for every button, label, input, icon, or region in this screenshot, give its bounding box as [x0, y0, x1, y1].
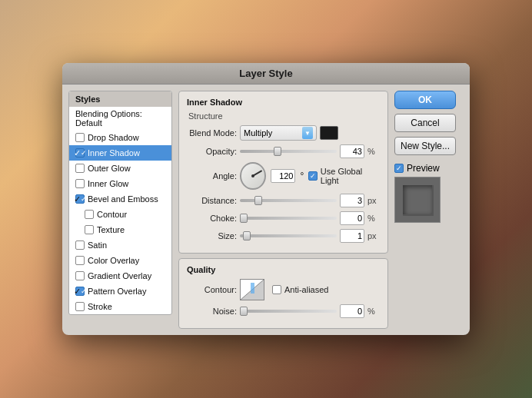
contour-checkbox[interactable]: [85, 210, 94, 219]
sidebar-item-inner-glow[interactable]: Inner Glow: [69, 176, 171, 191]
structure-section: Inner Shadow Structure Blend Mode: Multi…: [178, 91, 388, 254]
use-global-light-label[interactable]: ✓ Use Global Light: [308, 167, 380, 185]
opacity-slider[interactable]: [240, 150, 337, 153]
satin-checkbox[interactable]: [75, 240, 85, 250]
distance-row: Distance: px: [187, 194, 380, 207]
distance-input[interactable]: [340, 194, 364, 207]
pattern-overlay-checkbox[interactable]: ✓: [75, 287, 85, 296]
choke-input[interactable]: [340, 211, 364, 225]
size-input[interactable]: [340, 229, 364, 243]
sidebar-item-inner-shadow-label: Inner Shadow: [88, 148, 140, 158]
svg-rect-2: [395, 177, 441, 223]
sidebar-item-bevel-emboss-label: Bevel and Emboss: [88, 194, 158, 204]
angle-dial[interactable]: [240, 162, 266, 190]
sidebar-item-texture[interactable]: Texture: [69, 222, 171, 237]
sidebar-item-bevel-emboss[interactable]: ✓ Bevel and Emboss: [69, 191, 171, 207]
structure-main-title: Inner Shadow: [187, 98, 380, 107]
right-panel: OK Cancel New Style... ✓ Preview: [394, 91, 464, 329]
sidebar-item-stroke[interactable]: Stroke: [69, 299, 171, 314]
angle-input[interactable]: [271, 169, 295, 183]
size-row: Size: px: [187, 229, 380, 243]
inner-shadow-checkbox[interactable]: ✓: [75, 148, 85, 158]
use-global-light-checkbox[interactable]: ✓: [308, 171, 318, 181]
drop-shadow-checkbox[interactable]: [75, 133, 85, 142]
sidebar-item-styles[interactable]: Styles: [69, 91, 171, 107]
sidebar-item-satin[interactable]: Satin: [69, 237, 171, 253]
sidebar-item-inner-shadow[interactable]: ✓ Inner Shadow: [69, 145, 171, 161]
angle-indicator: [252, 170, 262, 177]
dialog-title: Layer Style: [62, 63, 470, 85]
contour-preview[interactable]: [240, 279, 264, 300]
choke-unit: %: [367, 214, 380, 223]
quality-contour-row: Contour: Anti-aliased: [187, 279, 380, 300]
opacity-unit: %: [367, 147, 380, 156]
sidebar-item-contour[interactable]: Contour: [69, 207, 171, 222]
bevel-emboss-checkbox[interactable]: ✓: [75, 194, 85, 204]
opacity-row: Opacity: %: [187, 144, 380, 158]
choke-label: Choke:: [187, 214, 237, 223]
structure-subtitle: Structure: [188, 111, 380, 121]
sidebar-item-blending[interactable]: Blending Options: Default: [69, 107, 171, 130]
choke-thumb[interactable]: [240, 214, 248, 223]
noise-slider[interactable]: [240, 310, 337, 313]
distance-slider[interactable]: [240, 199, 337, 202]
anti-aliased-label[interactable]: Anti-aliased: [272, 285, 328, 294]
choke-row: Choke: %: [187, 211, 380, 225]
sidebar-item-pattern-overlay-label: Pattern Overlay: [88, 287, 146, 296]
preview-label: Preview: [407, 163, 440, 174]
blend-mode-select[interactable]: Multiply ▼: [240, 125, 317, 141]
layer-style-dialog: Layer Style Styles Blending Options: Def…: [62, 63, 470, 335]
sidebar-item-outer-glow[interactable]: Outer Glow: [69, 161, 171, 176]
texture-checkbox[interactable]: [85, 225, 94, 234]
sidebar-item-satin-label: Satin: [88, 240, 107, 250]
sidebar-item-outer-glow-label: Outer Glow: [88, 164, 131, 173]
sidebar-item-gradient-overlay[interactable]: Gradient Overlay: [69, 268, 171, 284]
opacity-input[interactable]: [340, 144, 364, 158]
inner-glow-checkbox[interactable]: [75, 179, 85, 188]
sidebar-item-gradient-overlay-label: Gradient Overlay: [88, 271, 151, 280]
svg-rect-4: [404, 187, 432, 214]
blend-mode-row: Blend Mode: Multiply ▼: [187, 125, 380, 141]
outer-glow-checkbox[interactable]: [75, 164, 85, 173]
sidebar-item-drop-shadow-label: Drop Shadow: [88, 133, 139, 142]
distance-unit: px: [367, 196, 380, 205]
stroke-checkbox[interactable]: [75, 302, 85, 311]
size-label: Size:: [187, 231, 237, 240]
anti-aliased-checkbox[interactable]: [272, 285, 281, 294]
cancel-button[interactable]: Cancel: [394, 114, 456, 132]
noise-row: Noise: %: [187, 304, 380, 318]
noise-unit: %: [367, 307, 380, 316]
preview-checkbox[interactable]: ✓: [394, 164, 404, 173]
sidebar-item-drop-shadow[interactable]: Drop Shadow: [69, 130, 171, 145]
size-thumb[interactable]: [243, 231, 251, 240]
preview-thumbnail: [394, 177, 441, 223]
opacity-thumb[interactable]: [274, 147, 281, 156]
choke-slider[interactable]: [240, 217, 337, 220]
anti-aliased-text: Anti-aliased: [284, 285, 328, 294]
quality-contour-label: Contour:: [187, 285, 237, 294]
noise-label: Noise:: [187, 307, 237, 316]
opacity-label: Opacity:: [187, 147, 237, 156]
new-style-button[interactable]: New Style...: [394, 137, 456, 155]
ok-button[interactable]: OK: [394, 91, 456, 109]
color-overlay-checkbox[interactable]: [75, 256, 85, 265]
sidebar-item-color-overlay-label: Color Overlay: [88, 256, 139, 265]
blend-mode-label: Blend Mode:: [187, 128, 237, 138]
sidebar-item-inner-glow-label: Inner Glow: [88, 179, 128, 188]
gradient-overlay-checkbox[interactable]: [75, 271, 85, 280]
left-panel: Styles Blending Options: Default Drop Sh…: [68, 91, 172, 329]
noise-thumb[interactable]: [240, 307, 248, 316]
blend-mode-value: Multiply: [244, 128, 272, 138]
noise-input[interactable]: [340, 304, 364, 318]
color-swatch[interactable]: [320, 126, 338, 140]
sidebar-item-texture-label: Texture: [97, 225, 125, 234]
distance-label: Distance:: [187, 196, 237, 205]
preview-label-row: ✓ Preview: [394, 163, 440, 174]
svg-rect-3: [403, 185, 434, 216]
size-slider[interactable]: [240, 234, 337, 237]
distance-thumb[interactable]: [254, 196, 262, 205]
sidebar-item-color-overlay[interactable]: Color Overlay: [69, 253, 171, 268]
sidebar-item-styles-label: Styles: [75, 95, 100, 104]
sidebar-item-pattern-overlay[interactable]: ✓ Pattern Overlay: [69, 284, 171, 299]
sidebar-item-contour-label: Contour: [97, 210, 127, 219]
